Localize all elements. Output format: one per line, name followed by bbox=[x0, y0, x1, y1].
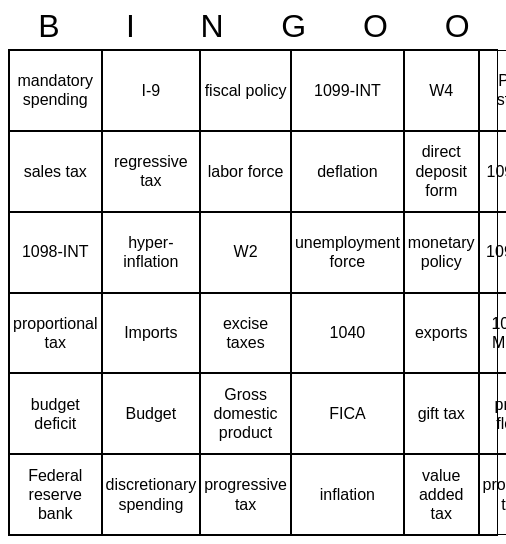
cell-7: regressive tax bbox=[102, 131, 201, 212]
cell-35: property tax bbox=[479, 454, 506, 535]
cell-11: 1098-T bbox=[479, 131, 506, 212]
letter-o2: O bbox=[416, 8, 498, 45]
cell-27: FICA bbox=[291, 373, 404, 454]
bingo-grid: mandatory spendingI-9fiscal policy1099-I… bbox=[8, 49, 498, 536]
cell-4: W4 bbox=[404, 50, 479, 131]
cell-6: sales tax bbox=[9, 131, 102, 212]
cell-text-28: gift tax bbox=[418, 404, 465, 423]
cell-text-10: direct deposit form bbox=[408, 142, 475, 200]
cell-text-8: labor force bbox=[208, 162, 284, 181]
cell-text-30: Federal reserve bank bbox=[13, 466, 98, 524]
cell-text-5: Pay stub bbox=[483, 71, 506, 109]
cell-text-12: 1098-INT bbox=[22, 242, 89, 261]
cell-21: 1040 bbox=[291, 293, 404, 374]
cell-text-29: price floor bbox=[483, 395, 506, 433]
cell-text-33: inflation bbox=[320, 485, 375, 504]
cell-text-3: 1099-INT bbox=[314, 81, 381, 100]
cell-17: 1098-E bbox=[479, 212, 506, 293]
cell-text-1: I-9 bbox=[142, 81, 161, 100]
cell-text-2: fiscal policy bbox=[205, 81, 287, 100]
cell-19: Imports bbox=[102, 293, 201, 374]
cell-text-23: 1099-MISC bbox=[483, 314, 506, 352]
cell-16: monetary policy bbox=[404, 212, 479, 293]
cell-2: fiscal policy bbox=[200, 50, 291, 131]
cell-text-11: 1098-T bbox=[487, 162, 506, 181]
cell-text-4: W4 bbox=[429, 81, 453, 100]
cell-text-13: hyper-inflation bbox=[106, 233, 197, 271]
cell-12: 1098-INT bbox=[9, 212, 102, 293]
cell-text-34: value added tax bbox=[408, 466, 475, 524]
cell-text-27: FICA bbox=[329, 404, 365, 423]
cell-text-18: proportional tax bbox=[13, 314, 98, 352]
cell-31: discretionary spending bbox=[102, 454, 201, 535]
cell-1: I-9 bbox=[102, 50, 201, 131]
cell-text-32: progressive tax bbox=[204, 475, 287, 513]
cell-25: Budget bbox=[102, 373, 201, 454]
cell-text-0: mandatory spending bbox=[13, 71, 98, 109]
cell-text-22: exports bbox=[415, 323, 467, 342]
cell-28: gift tax bbox=[404, 373, 479, 454]
cell-26: Gross domestic product bbox=[200, 373, 291, 454]
cell-24: budget deficit bbox=[9, 373, 102, 454]
cell-20: excise taxes bbox=[200, 293, 291, 374]
cell-34: value added tax bbox=[404, 454, 479, 535]
cell-text-16: monetary policy bbox=[408, 233, 475, 271]
cell-text-20: excise taxes bbox=[204, 314, 287, 352]
cell-text-14: W2 bbox=[234, 242, 258, 261]
cell-30: Federal reserve bank bbox=[9, 454, 102, 535]
cell-15: unemployment force bbox=[291, 212, 404, 293]
cell-3: 1099-INT bbox=[291, 50, 404, 131]
letter-o1: O bbox=[335, 8, 417, 45]
cell-8: labor force bbox=[200, 131, 291, 212]
cell-10: direct deposit form bbox=[404, 131, 479, 212]
cell-13: hyper-inflation bbox=[102, 212, 201, 293]
cell-text-35: property tax bbox=[483, 475, 506, 513]
cell-33: inflation bbox=[291, 454, 404, 535]
cell-9: deflation bbox=[291, 131, 404, 212]
cell-5: Pay stub bbox=[479, 50, 506, 131]
cell-23: 1099-MISC bbox=[479, 293, 506, 374]
cell-18: proportional tax bbox=[9, 293, 102, 374]
cell-text-31: discretionary spending bbox=[106, 475, 197, 513]
cell-text-17: 1098-E bbox=[486, 242, 506, 261]
cell-text-25: Budget bbox=[125, 404, 176, 423]
cell-14: W2 bbox=[200, 212, 291, 293]
cell-text-15: unemployment force bbox=[295, 233, 400, 271]
cell-32: progressive tax bbox=[200, 454, 291, 535]
letter-g: G bbox=[253, 8, 335, 45]
letter-i: I bbox=[90, 8, 172, 45]
cell-text-19: Imports bbox=[124, 323, 177, 342]
cell-0: mandatory spending bbox=[9, 50, 102, 131]
cell-text-24: budget deficit bbox=[13, 395, 98, 433]
letter-n: N bbox=[171, 8, 253, 45]
cell-text-26: Gross domestic product bbox=[204, 385, 287, 443]
letter-b: B bbox=[8, 8, 90, 45]
cell-text-9: deflation bbox=[317, 162, 378, 181]
cell-22: exports bbox=[404, 293, 479, 374]
cell-text-6: sales tax bbox=[24, 162, 87, 181]
cell-text-21: 1040 bbox=[330, 323, 366, 342]
cell-text-7: regressive tax bbox=[106, 152, 197, 190]
cell-29: price floor bbox=[479, 373, 506, 454]
bingo-title: B I N G O O bbox=[8, 8, 498, 45]
